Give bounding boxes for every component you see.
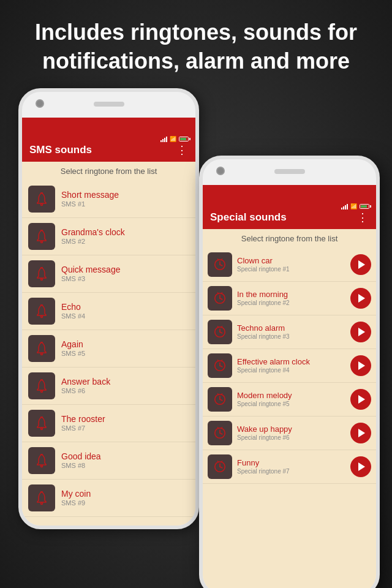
item-name: Quick message — [61, 265, 189, 274]
list-item[interactable]: Clown car Special ringtone #1 — [203, 248, 376, 282]
list-item[interactable]: Good idea SMS #8 — [22, 442, 195, 480]
item-text: Techno alarm Special ringtone #3 — [237, 323, 345, 340]
app-bar-back: 📶 SMS sounds ⋮ — [22, 118, 195, 162]
list-item[interactable]: Short message SMS #1 — [22, 181, 195, 218]
item-text: Again SMS #5 — [61, 339, 189, 357]
item-icon — [28, 186, 55, 213]
list-item[interactable]: Echo SMS #4 — [22, 293, 195, 330]
app-bar-content-front: Special sounds ⋮ — [203, 211, 376, 224]
item-icon-clock — [208, 421, 232, 445]
play-icon — [358, 260, 365, 269]
item-name: Again — [61, 339, 189, 349]
item-icon — [28, 298, 55, 325]
item-icon — [28, 484, 55, 511]
svg-point-0 — [41, 203, 43, 205]
svg-line-25 — [220, 298, 222, 300]
item-sub: SMS #1 — [61, 200, 189, 208]
play-icon — [358, 328, 365, 336]
item-name: My coin — [61, 489, 189, 499]
svg-line-20 — [220, 265, 222, 266]
item-sub: Special ringtone #3 — [237, 333, 345, 340]
subtitle-back: Select ringtone from the list — [22, 162, 195, 181]
item-name: Funny — [237, 458, 345, 467]
list-item[interactable]: Quick message SMS #3 — [22, 255, 195, 293]
play-button[interactable] — [350, 423, 371, 443]
app-title-back: SMS sounds — [29, 144, 92, 156]
item-text: Clown car Special ringtone #1 — [237, 256, 345, 273]
menu-dots-front[interactable]: ⋮ — [357, 211, 369, 224]
wifi-icon-front: 📶 — [350, 203, 357, 209]
list-item[interactable]: Grandma's clock SMS #2 — [22, 218, 195, 255]
item-icon-clock — [208, 320, 232, 344]
svg-point-14 — [41, 465, 43, 467]
item-icon — [28, 223, 55, 250]
item-sub: SMS #6 — [61, 387, 189, 394]
list-item[interactable]: Effective alarm clock Special ringtone #… — [203, 349, 376, 383]
item-text: Quick message SMS #3 — [61, 265, 189, 282]
app-bar-front: 📶 Special sounds ⋮ — [203, 185, 376, 229]
signal-icon-front — [341, 203, 348, 209]
play-button[interactable] — [350, 288, 371, 309]
play-button[interactable] — [350, 389, 371, 410]
list-item[interactable]: The rooster SMS #7 — [22, 405, 195, 442]
phone-speaker-back — [94, 102, 124, 107]
list-item[interactable]: My coin SMS #9 — [22, 480, 195, 517]
item-sub: Special ringtone #4 — [237, 367, 345, 374]
app-bar-content-back: SMS sounds ⋮ — [22, 143, 195, 157]
item-text: My coin SMS #9 — [61, 489, 189, 507]
svg-line-40 — [220, 399, 222, 401]
item-name: Short message — [61, 190, 189, 200]
item-name: Modern melody — [237, 391, 345, 400]
item-text: Effective alarm clock Special ringtone #… — [237, 357, 345, 374]
item-name: Wake up happy — [237, 424, 345, 434]
svg-point-6 — [41, 315, 43, 317]
play-button[interactable] — [350, 254, 371, 275]
item-text: The rooster SMS #7 — [61, 414, 189, 432]
item-sub: Special ringtone #6 — [237, 434, 345, 441]
list-item[interactable]: Modern melody Special ringtone #5 — [203, 383, 376, 417]
play-button[interactable] — [350, 355, 371, 376]
item-name: Good idea — [61, 451, 189, 461]
item-text: Answer back SMS #6 — [61, 377, 189, 394]
item-sub: SMS #4 — [61, 312, 189, 320]
list-item[interactable]: Answer back SMS #6 — [22, 368, 195, 405]
play-button[interactable] — [350, 322, 371, 342]
item-icon — [28, 410, 55, 437]
item-icon — [28, 372, 55, 399]
svg-point-8 — [41, 353, 43, 355]
item-sub: Special ringtone #1 — [237, 266, 345, 273]
list-item[interactable]: In the morning Special ringtone #2 — [203, 282, 376, 315]
item-icon-clock — [208, 286, 232, 311]
svg-point-16 — [41, 502, 43, 504]
list-item[interactable]: Techno alarm Special ringtone #3 — [203, 315, 376, 349]
play-icon — [358, 429, 365, 437]
svg-point-10 — [41, 390, 43, 392]
item-sub: Special ringtone #7 — [237, 468, 345, 475]
item-sub: Special ringtone #5 — [237, 401, 345, 407]
phone-back: 📶 SMS sounds ⋮ Select ringtone from the … — [18, 88, 199, 529]
battery-icon — [179, 137, 190, 141]
item-sub: Special ringtone #2 — [237, 300, 345, 306]
menu-dots-back[interactable]: ⋮ — [176, 143, 188, 157]
app-title-front: Special sounds — [210, 211, 287, 224]
item-name: Echo — [61, 302, 189, 312]
item-name: Techno alarm — [237, 323, 345, 333]
item-sub: SMS #7 — [61, 424, 189, 432]
list-item[interactable]: Funny Special ringtone #7 — [203, 450, 376, 484]
item-text: Wake up happy Special ringtone #6 — [237, 424, 345, 441]
phone-front: 📶 Special sounds ⋮ Select ringtone from … — [199, 156, 380, 588]
item-text: Echo SMS #4 — [61, 302, 189, 320]
status-bar-front: 📶 — [203, 201, 376, 211]
ringtone-list-front: Clown car Special ringtone #1 In the mor… — [203, 248, 376, 484]
play-button[interactable] — [350, 456, 371, 477]
play-icon — [358, 361, 365, 370]
list-item[interactable]: Wake up happy Special ringtone #6 — [203, 417, 376, 450]
phone-speaker-front — [274, 169, 305, 174]
phone-front-screen: 📶 Special sounds ⋮ Select ringtone from … — [203, 185, 376, 588]
item-text: Modern melody Special ringtone #5 — [237, 391, 345, 407]
list-item[interactable]: Again SMS #5 — [22, 330, 195, 368]
item-sub: SMS #9 — [61, 499, 189, 507]
item-icon — [28, 335, 55, 362]
status-bar-back: 📶 — [22, 134, 195, 143]
item-text: Funny Special ringtone #7 — [237, 458, 345, 475]
